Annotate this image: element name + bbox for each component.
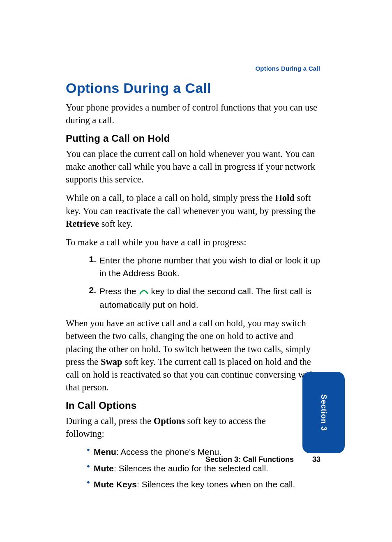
section-tab-label: Section 3 [319,394,328,431]
step-2: 2. Press the key to dial the second call… [66,285,321,311]
steps-list: 1. Enter the phone number that you wish … [66,254,321,311]
bullet-icon: • [85,446,92,454]
bullet-list: • Menu: Access the phone's Menu. • Mute:… [66,446,321,490]
section-title: Options During a Call [66,80,321,96]
content: Options During a Call Your phone provide… [66,80,321,494]
step-1: 1. Enter the phone number that you wish … [66,254,321,279]
bullet-icon: • [85,478,92,487]
page-number: 33 [312,455,321,464]
hold-paragraph-2: While on a call, to place a call on hold… [66,191,321,230]
step-text: Enter the phone number that you wish to … [99,254,321,279]
page-footer: Section 3: Call Functions 33 [66,455,321,464]
step-number: 2. [85,285,96,295]
bullet-text: Mute Keys: Silences the key tones when o… [94,478,321,490]
subheading-options: In Call Options [66,400,321,411]
page: Options During a Call Options During a C… [0,0,392,542]
running-header: Options During a Call [255,65,320,72]
footer-section: Section 3: Call Functions [205,455,294,464]
bullet-item: • Mute Keys: Silences the key tones when… [66,478,321,490]
bullet-text: Mute: Silences the audio for the selecte… [94,462,321,474]
subheading-hold: Putting a Call on Hold [66,133,321,144]
bullet-item: • Mute: Silences the audio for the selec… [66,462,321,474]
section-tab: Section 3 [302,372,345,453]
options-paragraph: During a call, press the Options soft ke… [66,415,288,441]
step-number: 1. [85,254,96,264]
step-text: Press the key to dial the second call. T… [99,285,321,311]
call-key-icon [139,286,149,298]
intro-paragraph: Your phone provides a number of control … [66,101,321,127]
hold-paragraph-4: When you have an active call and a call … [66,317,321,394]
hold-paragraph-1: You can place the current call on hold w… [66,148,321,186]
hold-paragraph-3: To make a call while you have a call in … [66,236,321,249]
